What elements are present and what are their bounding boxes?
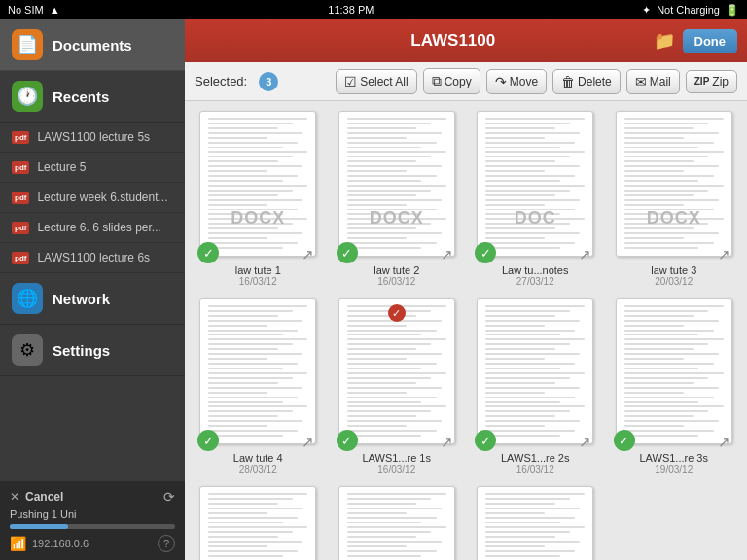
- thumb-line: [485, 435, 560, 437]
- file-date: 28/03/12: [239, 464, 277, 474]
- thumb-line: [485, 358, 545, 360]
- share-icon[interactable]: ↗: [302, 434, 314, 451]
- file-thumbnail: ✓: [338, 298, 455, 444]
- thumb-line: [624, 353, 719, 355]
- copy-icon: ⧉: [432, 73, 442, 89]
- thumb-line: [208, 377, 293, 379]
- red-indicator: ✓: [388, 304, 406, 322]
- spinner-icon: ⟳: [163, 489, 175, 505]
- thumb-line: [347, 541, 442, 542]
- done-button[interactable]: Done: [683, 29, 738, 53]
- file-date: 16/03/12: [377, 464, 415, 474]
- file-item[interactable]: ✓DOCX↗law tute 216/03/12: [334, 111, 461, 287]
- thumb-line: [485, 526, 585, 528]
- file-item[interactable]: ↗LAWS1100 Business Law Lecture 3: [472, 486, 599, 560]
- selected-checkmark: ✓: [197, 242, 219, 263]
- file-thumbnail: DOCX: [338, 111, 455, 257]
- thumb-line: [347, 142, 437, 144]
- thumb-line: [485, 430, 575, 432]
- cancel-label[interactable]: Cancel: [25, 490, 63, 504]
- thumb-line: [208, 348, 277, 350]
- progress-bar-background: [10, 524, 175, 529]
- thumb-line: [624, 185, 724, 187]
- file-thumbnail: [616, 298, 732, 444]
- share-icon[interactable]: ↗: [579, 246, 591, 263]
- title-icons: 📁 Done: [654, 29, 738, 53]
- share-icon[interactable]: ↗: [718, 246, 730, 263]
- title-text: LAWS1100: [253, 31, 654, 51]
- share-icon[interactable]: ↗: [579, 434, 591, 451]
- file-name: law tute 1: [235, 264, 281, 276]
- thumb-line: [347, 338, 446, 340]
- sidebar-item-recents[interactable]: 🕐 Recents: [0, 71, 185, 122]
- thumb-line: [624, 194, 694, 196]
- file-item[interactable]: ↗LAWS1100 Business Law Lecture 2: [334, 486, 461, 560]
- pdf-item-label: LAWS1100 lecture 5s: [37, 130, 150, 144]
- thumb-line: [485, 343, 570, 345]
- sidebar-item-laws1100-6s[interactable]: pdf LAWS1100 lecture 6s: [0, 243, 185, 273]
- sidebar-item-settings[interactable]: ⚙ Settings: [0, 325, 185, 376]
- thumb-line: [624, 132, 719, 134]
- thumb-line: [347, 512, 407, 514]
- thumb-line: [208, 410, 293, 412]
- sidebar-item-lecture-week6[interactable]: pdf Lecture week 6.student...: [0, 183, 185, 213]
- file-item[interactable]: ✓↗Law tute 428/03/12: [195, 298, 322, 474]
- zip-label: Zip: [712, 75, 729, 88]
- copy-button[interactable]: ⧉ Copy: [423, 68, 480, 94]
- progress-bar-fill: [10, 524, 68, 529]
- thumb-line: [485, 498, 570, 500]
- thumb-line: [624, 415, 694, 417]
- file-item[interactable]: DOCX↗law tute 320/03/12: [611, 111, 738, 287]
- share-icon[interactable]: ↗: [441, 434, 453, 451]
- sidebar-item-lecture6-slides[interactable]: pdf Lecture 6. 6 slides per...: [0, 213, 185, 243]
- help-button[interactable]: ?: [158, 535, 175, 552]
- cancel-x-button[interactable]: ✕: [10, 490, 19, 504]
- sidebar-item-documents[interactable]: 📄 Documents: [0, 19, 185, 71]
- share-icon[interactable]: ↗: [302, 246, 314, 263]
- pdf-badge: pdf: [12, 252, 29, 264]
- share-icon[interactable]: ↗: [718, 434, 730, 451]
- select-all-button[interactable]: ☑ Select All: [336, 69, 416, 94]
- file-item[interactable]: ✓↗LAWS1...re 2s16/03/12: [472, 298, 599, 474]
- thumb-line: [485, 420, 580, 422]
- file-thumb-container: ↗: [477, 486, 593, 560]
- thumb-line: [208, 165, 302, 167]
- file-item[interactable]: ✓DOCX↗law tute 116/03/12: [195, 111, 322, 287]
- thumb-line: [208, 508, 302, 509]
- sidebar-item-laws1100-5s[interactable]: pdf LAWS1100 lecture 5s: [0, 122, 185, 153]
- file-item[interactable]: ✓DOC↗Law tu...notes27/03/12: [472, 111, 599, 287]
- thumb-line: [485, 305, 585, 307]
- thumb-line: [208, 493, 307, 495]
- thumb-line: [347, 247, 422, 249]
- thumb-line: [485, 368, 560, 369]
- thumb-line: [485, 310, 570, 312]
- thumb-line: [624, 397, 714, 399]
- sidebar-item-lecture5[interactable]: pdf Lecture 5: [0, 153, 185, 183]
- thumb-line: [347, 175, 437, 177]
- mail-button[interactable]: ✉ Mail: [626, 69, 680, 94]
- file-date: 16/03/12: [239, 276, 277, 287]
- delete-button[interactable]: 🗑 Delete: [552, 69, 621, 94]
- folder-icon[interactable]: 📁: [654, 30, 675, 52]
- sidebar-item-network[interactable]: 🌐 Network: [0, 273, 185, 325]
- thumb-line: [624, 122, 709, 124]
- move-button[interactable]: ↷ Move: [486, 69, 547, 94]
- thumb-line: [624, 310, 709, 312]
- thumb-line: [624, 237, 684, 239]
- file-item[interactable]: ✓✓↗LAWS1...re 1s16/03/12: [334, 298, 461, 474]
- thumb-line: [624, 334, 699, 336]
- zip-button[interactable]: ZIP Zip: [686, 70, 737, 93]
- share-icon[interactable]: ↗: [441, 246, 453, 263]
- thumb-line: [485, 410, 570, 412]
- file-thumbnail: [199, 298, 316, 444]
- file-item[interactable]: ✓↗LAWS1...re 3s19/03/12: [611, 298, 738, 474]
- thumb-line: [347, 526, 446, 528]
- thumb-line: [347, 232, 442, 234]
- thumb-line: [347, 127, 416, 129]
- thumb-line: [347, 330, 437, 332]
- move-label: Move: [510, 75, 538, 88]
- thumb-line: [485, 405, 585, 407]
- file-item[interactable]: ↗LAWS1100 Business Law Lecture 1: [195, 486, 322, 560]
- thumb-line: [208, 320, 302, 322]
- thumb-line: [208, 232, 302, 234]
